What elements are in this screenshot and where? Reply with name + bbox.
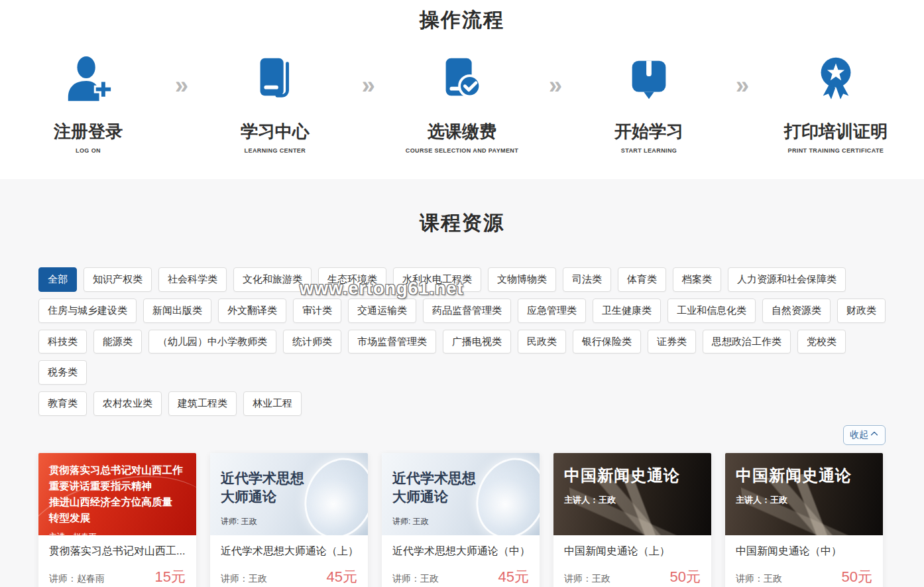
step-course-selection[interactable]: 选课缴费 COURSE SELECTION AND PAYMENT — [406, 52, 518, 154]
category-tag[interactable]: 文物博物类 — [488, 267, 556, 292]
course-price: 45元 — [327, 567, 357, 587]
step-label: 学习中心 — [219, 120, 331, 143]
category-tag[interactable]: 思想政治工作类 — [703, 330, 791, 354]
course-card[interactable]: 近代学术思想 大师通论 讲师: 王政 近代学术思想大师通论（中） 讲师：王政 4… — [382, 453, 540, 587]
category-tag[interactable]: 档案类 — [673, 267, 721, 292]
banner-title-line: 转型发展 — [49, 510, 186, 526]
course-card[interactable]: 中国新闻史通论 主讲人：王政 中国新闻史通论（上） 讲师：王政 50元 — [553, 453, 711, 587]
category-row-4: 教育类农村农业类建筑工程类林业工程 — [38, 391, 886, 416]
category-tag[interactable]: 党校类 — [797, 330, 846, 354]
category-tag[interactable]: 农村农业类 — [93, 391, 162, 416]
category-tag[interactable]: 住房与城乡建设类 — [38, 298, 137, 323]
step-print-certificate[interactable]: 打印培训证明 PRINT TRAINING CERTIFICATE — [780, 52, 892, 154]
category-tag[interactable]: 自然资源类 — [762, 298, 831, 323]
chevron-right-separator-icon: » — [362, 74, 375, 98]
category-tag[interactable]: 税务类 — [38, 360, 87, 385]
banner-speaker: 主讲：赵春雨 — [49, 531, 186, 535]
category-tag[interactable]: 广播电视类 — [443, 330, 511, 354]
course-card[interactable]: 贯彻落实习总书记对山西工作 重要讲话重要指示精神 推进山西经济全方位高质量 转型… — [38, 453, 196, 587]
process-section: 操作流程 注册登录 LOG ON » 学习中心 — [0, 0, 924, 179]
course-banner-image: 近代学术思想 大师通论 讲师: 王政 — [382, 453, 540, 535]
category-row-2: 住房与城乡建设类新闻出版类外文翻译类审计类交通运输类药品监督管理类应急管理类卫生… — [38, 298, 886, 323]
category-tag[interactable]: 审计类 — [293, 298, 341, 323]
category-tag[interactable]: 司法类 — [563, 267, 611, 292]
book-icon — [219, 52, 331, 105]
category-tag[interactable]: 统计师类 — [283, 330, 341, 354]
course-teacher: 讲师：王政 — [221, 573, 267, 585]
category-tag[interactable]: 应急管理类 — [518, 298, 586, 323]
banner-speaker: 讲师: 王政 — [221, 516, 357, 527]
step-register-login[interactable]: 注册登录 LOG ON — [32, 52, 144, 154]
step-label: 打印培训证明 — [780, 120, 892, 143]
category-tag[interactable]: 银行保险类 — [573, 330, 641, 354]
category-tag[interactable]: 能源类 — [93, 330, 142, 354]
banner-title-line: 推进山西经济全方位高质量 — [49, 494, 186, 510]
banner-title-line: 中国新闻史通论 — [564, 465, 701, 486]
banner-title-line: 重要讲话重要指示精神 — [49, 478, 186, 494]
category-tag[interactable]: 教育类 — [38, 391, 87, 416]
category-tag[interactable]: 人力资源和社会保障类 — [728, 267, 846, 292]
category-tag[interactable]: 市场监督管理类 — [348, 330, 436, 354]
course-price: 50元 — [670, 567, 701, 587]
category-tag[interactable]: 卫生健康类 — [593, 298, 661, 323]
user-plus-icon — [32, 52, 144, 105]
category-tag[interactable]: 文化和旅游类 — [233, 267, 312, 292]
banner-title-line: 近代学术思想 — [392, 469, 529, 488]
course-price: 45元 — [498, 567, 529, 587]
course-teacher: 讲师：王政 — [564, 573, 610, 585]
course-title: 近代学术思想大师通论（中） — [392, 545, 529, 558]
category-tag[interactable]: 全部 — [38, 267, 77, 292]
collapse-button[interactable]: 收起 — [843, 425, 886, 445]
chevron-right-separator-icon: » — [549, 74, 562, 98]
open-book-icon — [593, 52, 705, 105]
category-tag[interactable]: 科技类 — [38, 330, 87, 354]
category-tag[interactable]: 交通运输类 — [348, 298, 416, 323]
category-tag[interactable]: 水利水电工程类 — [393, 267, 481, 292]
step-sublabel: LEARNING CENTER — [219, 147, 331, 154]
course-card[interactable]: 中国新闻史通论 主讲人：王政 中国新闻史通论（中） 讲师：王政 50元 — [725, 453, 883, 587]
category-row-3: 科技类能源类（幼儿园）中小学教师类统计师类市场监督管理类广播电视类民政类银行保险… — [38, 330, 886, 385]
process-title: 操作流程 — [0, 7, 924, 34]
course-banner-image: 中国新闻史通论 主讲人：王政 — [553, 453, 711, 535]
category-tag[interactable]: 林业工程 — [243, 391, 302, 416]
courses-section: 课程资源 www.ertong61.net 全部知识产权类社会科学类文化和旅游类… — [0, 179, 924, 587]
category-tag[interactable]: 药品监督管理类 — [423, 298, 511, 323]
collapse-label: 收起 — [850, 429, 868, 441]
step-sublabel: PRINT TRAINING CERTIFICATE — [780, 147, 892, 154]
step-label: 注册登录 — [32, 120, 144, 143]
step-label: 开始学习 — [593, 120, 705, 143]
banner-speaker: 讲师: 王政 — [392, 516, 529, 527]
banner-title-line: 大师通论 — [392, 488, 529, 506]
category-tag[interactable]: 建筑工程类 — [168, 391, 237, 416]
category-tag[interactable]: 体育类 — [618, 267, 666, 292]
banner-title-line: 近代学术思想 — [221, 469, 357, 488]
banner-speaker: 主讲人：王政 — [736, 494, 872, 506]
step-start-learning[interactable]: 开始学习 START LEARNING — [593, 52, 705, 154]
category-tag[interactable]: 财政类 — [837, 298, 886, 323]
course-price: 15元 — [155, 567, 186, 587]
category-tag[interactable]: 证券类 — [648, 330, 696, 354]
course-card[interactable]: 近代学术思想 大师通论 讲师: 王政 近代学术思想大师通论（上） 讲师：王政 4… — [210, 453, 368, 587]
category-tag[interactable]: 知识产权类 — [84, 267, 152, 292]
process-steps: 注册登录 LOG ON » 学习中心 LEARNING CENTER » — [0, 52, 924, 154]
course-cards: 贯彻落实习总书记对山西工作 重要讲话重要指示精神 推进山西经济全方位高质量 转型… — [38, 453, 886, 587]
course-title: 近代学术思想大师通论（上） — [221, 545, 357, 558]
course-title: 中国新闻史通论（中） — [736, 545, 872, 558]
category-tag[interactable]: 社会科学类 — [158, 267, 227, 292]
chevron-right-separator-icon: » — [175, 74, 188, 98]
book-check-icon — [406, 52, 518, 105]
category-tag[interactable]: 工业和信息化类 — [667, 298, 756, 323]
step-sublabel: START LEARNING — [593, 147, 705, 154]
step-sublabel: COURSE SELECTION AND PAYMENT — [406, 147, 518, 154]
category-tag[interactable]: 生态环境类 — [318, 267, 386, 292]
category-row-1: 全部知识产权类社会科学类文化和旅游类生态环境类水利水电工程类文物博物类司法类体育… — [38, 267, 886, 292]
category-tag[interactable]: 民政类 — [518, 330, 566, 354]
banner-title-line: 贯彻落实习总书记对山西工作 — [49, 462, 186, 478]
course-title: 贯彻落实习总书记对山西工... — [49, 545, 186, 558]
step-sublabel: LOG ON — [32, 147, 144, 154]
chevron-right-separator-icon: » — [736, 74, 749, 98]
category-tag[interactable]: （幼儿园）中小学教师类 — [148, 330, 276, 354]
category-tag[interactable]: 新闻出版类 — [143, 298, 211, 323]
category-tag[interactable]: 外文翻译类 — [218, 298, 286, 323]
step-learning-center[interactable]: 学习中心 LEARNING CENTER — [219, 52, 331, 154]
